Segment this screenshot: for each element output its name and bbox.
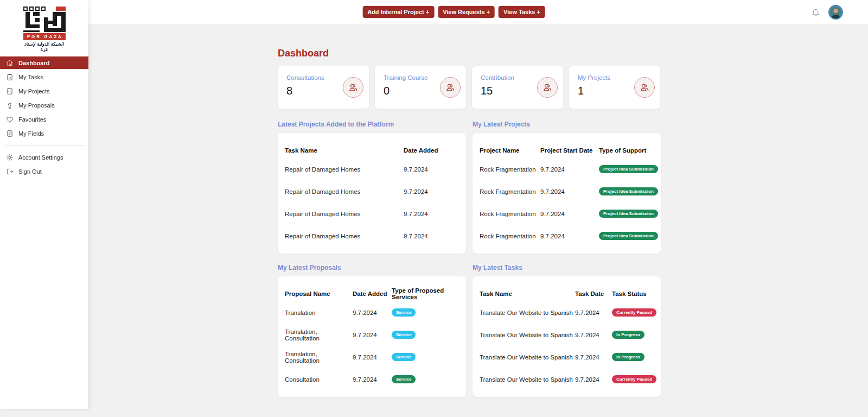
table-row: Translate Our Website to Spanish9.7.2024… <box>480 346 653 368</box>
sign-out-icon <box>6 168 14 175</box>
logo-square <box>23 7 28 11</box>
sidebar-item-favourites[interactable]: Favourites <box>0 113 88 125</box>
page-title: Dashboard <box>278 48 868 59</box>
section-latest-platform-projects: Latest Projects Added to the Platform Ta… <box>278 121 466 254</box>
column-header: Date Added <box>404 147 458 154</box>
table-cell: 9.7.2024 <box>575 332 612 338</box>
stat-card-consultations: Consultations 8 <box>278 66 369 109</box>
table-row: Repair of Damaged Homes9.7.2024 <box>285 158 458 180</box>
column-header: Task Status <box>612 290 653 297</box>
table-cell: 9.7.2024 <box>353 332 392 338</box>
status-badge: In Progress <box>612 331 644 339</box>
logo-squares-row <box>23 7 66 11</box>
section-my-latest-proposals: My Latest Proposals Proposal NameDate Ad… <box>278 264 466 397</box>
table-cell: Repair of Damaged Homes <box>285 233 404 239</box>
home-icon <box>6 59 14 67</box>
status-badge: Currently Paused <box>612 308 656 317</box>
table-cell: Project Idea Submission <box>599 187 658 195</box>
brand-name: FOR GAZA <box>23 33 66 40</box>
column-header: Project Start Date <box>540 147 599 154</box>
tables-grid: Latest Projects Added to the Platform Ta… <box>278 121 868 397</box>
sidebar-item-my-fields[interactable]: My Fields <box>0 127 88 140</box>
sidebar-nav: Dashboard My Tasks My Projects My Propos… <box>0 56 88 178</box>
column-header: Task Date <box>575 290 612 297</box>
dashboard-content: Dashboard Consultations 8 Training Cours… <box>88 24 868 397</box>
user-avatar[interactable] <box>828 5 843 20</box>
section-title: My Latest Projects <box>473 121 661 128</box>
table-row: Rock Fragmentation9.7.2024Project Idea S… <box>480 180 653 203</box>
table-cell: 9.7.2024 <box>575 354 612 361</box>
stats-row: Consultations 8 Training Course 0 Contri… <box>278 66 868 109</box>
table-row: Translation, Consultation9.7.2024Service <box>285 346 458 368</box>
table-row: Repair of Damaged Homes9.7.2024 <box>285 180 458 203</box>
table-header-row: Project NameProject Start DateType of Su… <box>480 143 653 158</box>
sidebar-divider <box>4 145 84 146</box>
table-cell: Translation, Consultation <box>285 328 353 342</box>
notifications-bell-icon[interactable] <box>811 8 820 17</box>
view-requests-button[interactable]: View Requests + <box>438 6 495 18</box>
topbar-actions: Add Internal Project + View Requests + V… <box>362 0 545 24</box>
kufic-square-logo-icon <box>23 12 66 32</box>
table-row: Translate Our Website to Spanish9.7.2024… <box>480 368 653 390</box>
status-badge: Project Idea Submission <box>599 187 658 195</box>
table-cell: Repair of Damaged Homes <box>285 166 404 173</box>
document-check-icon <box>6 87 14 95</box>
logo-square <box>35 7 40 11</box>
table-row: Translation9.7.2024Service <box>285 301 458 324</box>
table-cell: 9.7.2024 <box>540 211 599 217</box>
table-cell: Service <box>392 375 458 383</box>
status-badge: Service <box>392 375 416 383</box>
table-cell: 9.7.2024 <box>353 354 392 361</box>
status-badge: Service <box>392 353 416 361</box>
section-title: My Latest Tasks <box>473 264 661 271</box>
column-header: Proposal Name <box>285 290 353 297</box>
sidebar-item-label: My Tasks <box>18 74 43 80</box>
my-latest-proposals-table: Proposal NameDate AddedType of Proposed … <box>278 276 466 397</box>
sidebar-item-label: Favourites <box>18 116 46 123</box>
sidebar-item-account-settings[interactable]: Account Settings <box>0 151 88 163</box>
sidebar-item-sign-out[interactable]: Sign Out <box>0 165 88 178</box>
table-cell: Rock Fragmentation <box>480 188 540 195</box>
table-cell: 9.7.2024 <box>540 166 599 173</box>
table-cell: Translate Our Website to Spanish <box>480 332 575 338</box>
status-badge: In Progress <box>612 353 644 361</box>
table-cell: 9.7.2024 <box>404 233 458 239</box>
sidebar-item-label: Sign Out <box>18 168 42 175</box>
sidebar-item-dashboard[interactable]: Dashboard <box>0 56 88 69</box>
heart-icon <box>6 116 14 123</box>
view-tasks-button[interactable]: View Tasks + <box>499 6 545 18</box>
table-cell: Project Idea Submission <box>599 165 658 173</box>
sidebar-item-my-proposals[interactable]: My Proposals <box>0 99 88 111</box>
add-internal-project-button[interactable]: Add Internal Project + <box>362 6 434 18</box>
table-row: Translate Our Website to Spanish9.7.2024… <box>480 301 653 324</box>
table-cell: Service <box>392 331 458 339</box>
sidebar-item-label: Dashboard <box>18 60 49 66</box>
section-my-latest-projects: My Latest Projects Project NameProject S… <box>473 121 661 254</box>
table-cell: Translate Our Website to Spanish <box>480 354 575 361</box>
brand-subtitle-arabic: الشبكة الدولية لإسناد غزة <box>23 41 66 52</box>
my-latest-tasks-table: Task NameTask DateTask StatusTranslate O… <box>473 276 661 397</box>
table-row: Rock Fragmentation9.7.2024Project Idea S… <box>480 158 653 180</box>
table-cell: Rock Fragmentation <box>480 211 540 217</box>
sidebar-item-label: My Fields <box>18 130 44 137</box>
status-badge: Service <box>392 308 416 317</box>
logo-red-bar <box>56 7 66 11</box>
sidebar-item-label: My Proposals <box>18 102 55 109</box>
table-row: Rock Fragmentation9.7.2024Project Idea S… <box>480 225 653 247</box>
section-title: Latest Projects Added to the Platform <box>278 121 466 128</box>
table-cell: Consultation <box>285 376 353 383</box>
status-badge: Currently Paused <box>612 375 656 383</box>
sidebar-item-my-tasks[interactable]: My Tasks <box>0 71 88 83</box>
table-cell: Project Idea Submission <box>599 210 658 218</box>
column-header: Date Added <box>353 290 392 297</box>
sidebar-item-my-projects[interactable]: My Projects <box>0 85 88 97</box>
sidebar-item-label: Account Settings <box>18 154 63 161</box>
column-header: Project Name <box>480 147 540 154</box>
users-icon <box>343 77 363 98</box>
section-my-latest-tasks: My Latest Tasks Task NameTask DateTask S… <box>473 264 661 397</box>
table-cell: 9.7.2024 <box>540 233 599 239</box>
table-cell: Project Idea Submission <box>599 232 658 240</box>
status-badge: Project Idea Submission <box>599 232 658 240</box>
column-header: Type of Proposed Services <box>392 287 458 300</box>
stat-card-training-course: Training Course 0 <box>375 66 466 109</box>
